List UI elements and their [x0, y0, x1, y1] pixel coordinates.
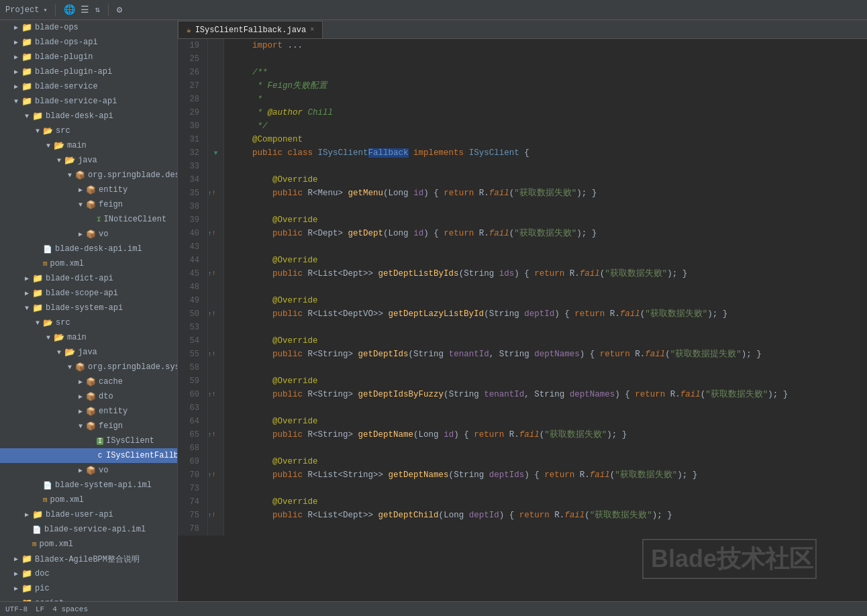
tab-close-button[interactable]: × [310, 26, 314, 34]
line-content: public R<List<Dept>> getDeptListByIds(St… [232, 267, 701, 280]
list-icon[interactable]: ☰ [81, 4, 89, 15]
code-line-69: @Override [232, 455, 867, 468]
folder-icon: 📁 [21, 66, 32, 77]
sidebar-item-label: blade-user-api [46, 510, 113, 519]
sidebar-item-blade-ops[interactable]: ▶ 📁 blade-ops [0, 20, 177, 35]
main-container: ▶ 📁 blade-ops ▶ 📁 blade-ops-api ▶ 📁 blad… [0, 20, 867, 601]
sidebar-item-label: main [67, 141, 87, 150]
sidebar-item-entity1[interactable]: ▶ 📦 entity [0, 183, 177, 197]
sidebar-item-vo1[interactable]: ▶ 📦 vo [0, 227, 177, 242]
sidebar-item-cache[interactable]: ▶ 📦 cache [0, 374, 177, 389]
sort-icon[interactable]: ⇅ [95, 5, 99, 15]
sidebar-item-label: blade-ops-api [35, 38, 98, 47]
package-icon: 📦 [86, 185, 96, 195]
sidebar-item-label: pic [35, 584, 50, 593]
sidebar-item-main2[interactable]: ▼ 📂 main [0, 330, 177, 345]
sidebar-item-src1[interactable]: ▼ 📂 src [0, 123, 177, 138]
sidebar-item-label: blade-scope-api [46, 289, 118, 298]
sidebar-item-blade-system-api[interactable]: ▼ 📁 blade-system-api [0, 301, 177, 315]
sidebar-item-blade-system-api-iml[interactable]: ▶ 📄 blade-system-api.iml [0, 478, 177, 493]
line-num: 75 [183, 509, 202, 522]
settings-icon[interactable]: ⚙ [117, 4, 122, 15]
code-line-73 [232, 482, 867, 495]
folder-icon: 📁 [21, 37, 32, 48]
line-content: @Override [232, 495, 332, 509]
sidebar-item-pom-system[interactable]: ▶ m pom.xml [0, 493, 177, 507]
sidebar-item-label: vo [99, 229, 108, 239]
line-num: 58 [183, 361, 202, 374]
sidebar-item-label: feign [99, 421, 123, 431]
indent-label: 4 spaces [52, 605, 88, 613]
line-num: 55 [183, 348, 202, 361]
sidebar-item-pom-service[interactable]: ▶ m pom.xml [0, 537, 177, 552]
editor-pane[interactable]: ☕ ISysClientFallback.java × 19 25 26 27 … [178, 20, 867, 601]
sidebar-item-java2[interactable]: ▼ 📂 java [0, 345, 177, 360]
sidebar-item-ISysClient[interactable]: ▶ I ISysClient [0, 433, 177, 448]
sidebar-item-src2[interactable]: ▼ 📂 src [0, 315, 177, 330]
folder-icon: 📂 [64, 155, 75, 166]
expand-arrow: ▼ [32, 319, 43, 327]
sidebar-item-blade-plugin-api[interactable]: ▶ 📁 blade-plugin-api [0, 64, 177, 79]
sidebar-item-blade-service-api-iml[interactable]: ▶ 📄 blade-service-api.iml [0, 522, 177, 537]
interface-icon: I [97, 215, 101, 223]
sidebar-item-java1[interactable]: ▼ 📂 java [0, 153, 177, 168]
sidebar-item-doc[interactable]: ▶ 📁 doc [0, 566, 177, 581]
line-num: 45 [183, 267, 202, 280]
expand-arrow: ▶ [75, 393, 86, 401]
sidebar: ▶ 📁 blade-ops ▶ 📁 blade-ops-api ▶ 📁 blad… [0, 20, 178, 601]
sidebar-item-blade-desk-api[interactable]: ▼ 📁 blade-desk-api [0, 109, 177, 123]
globe-icon[interactable]: 🌐 [64, 4, 75, 15]
sidebar-item-label: INoticeClient [104, 215, 167, 224]
sidebar-item-label: entity [99, 185, 128, 195]
package-icon: 📦 [86, 392, 96, 402]
line-content [232, 482, 251, 495]
sidebar-item-entity2[interactable]: ▶ 📦 entity [0, 404, 177, 419]
sidebar-item-vo2[interactable]: ▶ 📦 vo [0, 463, 177, 478]
line-content: @Override [232, 173, 332, 187]
line-num: 53 [183, 321, 202, 334]
code-area[interactable]: import ... /** * Feign失败配置 * * @author [224, 39, 867, 535]
line-content: public class ISysClientFallback implemen… [232, 146, 543, 160]
sidebar-item-main1[interactable]: ▼ 📂 main [0, 138, 177, 153]
sidebar-item-dto[interactable]: ▶ 📦 dto [0, 389, 177, 404]
iml-icon: 📄 [43, 245, 52, 254]
sidebar-item-pic[interactable]: ▶ 📁 pic [0, 581, 177, 596]
sidebar-item-label: blade-ops [35, 23, 79, 32]
sidebar-item-org-springblade-desk[interactable]: ▼ 📦 org.springblade.desk [0, 168, 177, 183]
line-num: 59 [183, 374, 202, 388]
sidebar-item-label: org.springblade.syste [88, 362, 178, 372]
code-line-58 [232, 361, 867, 374]
sidebar-item-blade-service-api[interactable]: ▼ 📁 blade-service-api [0, 94, 177, 109]
line-num: 74 [183, 495, 202, 509]
sidebar-item-label: blade-system-api.iml [55, 480, 152, 490]
expand-arrow: ▶ [11, 53, 21, 61]
sidebar-item-ISysClientFallback[interactable]: ▶ C ISysClientFallba [0, 448, 177, 463]
editor-tab-ISysClientFallback[interactable]: ☕ ISysClientFallback.java × [178, 21, 323, 38]
sidebar-item-INoticeClient[interactable]: ▶ I INoticeClient [0, 212, 177, 227]
sidebar-item-blade-desk-api-iml[interactable]: ▶ 📄 blade-desk-api.iml [0, 242, 177, 256]
folder-icon: 📁 [21, 96, 32, 107]
sidebar-item-blade-service[interactable]: ▶ 📁 blade-service [0, 79, 177, 94]
expand-arrow: ▶ [75, 466, 86, 474]
folder-icon: 📁 [32, 111, 43, 121]
sidebar-item-org-springblade-syste[interactable]: ▼ 📦 org.springblade.syste [0, 360, 177, 374]
sidebar-item-pom-desk[interactable]: ▶ m pom.xml [0, 256, 177, 271]
expand-arrow: ▼ [43, 142, 54, 150]
line-num: 19 [183, 39, 202, 52]
sidebar-item-Bladex-AgileBPM[interactable]: ▶ 📁 Bladex-AgileBPM整合说明 [0, 552, 177, 566]
sidebar-item-blade-ops-api[interactable]: ▶ 📁 blade-ops-api [0, 35, 177, 50]
sidebar-item-blade-scope-api[interactable]: ▶ 📁 blade-scope-api [0, 286, 177, 301]
expand-arrow: ▶ [11, 555, 21, 563]
sidebar-item-feign2[interactable]: ▼ 📦 feign [0, 419, 177, 433]
sidebar-item-script[interactable]: ▶ 📁 script [0, 596, 177, 601]
sidebar-item-label: blade-service-api.iml [44, 525, 146, 534]
line-num: 32 [183, 146, 202, 160]
expand-arrow: ▼ [64, 172, 75, 179]
sidebar-item-blade-plugin[interactable]: ▶ 📁 blade-plugin [0, 50, 177, 64]
sidebar-item-feign1[interactable]: ▼ 📦 feign [0, 197, 177, 212]
line-num: 33 [183, 160, 202, 173]
line-num: 27 [183, 79, 202, 93]
sidebar-item-blade-dict-api[interactable]: ▶ 📁 blade-dict-api [0, 271, 177, 286]
code-line-35: public R<Menu> getMenu(Long id) { return… [232, 187, 867, 200]
sidebar-item-blade-user-api[interactable]: ▶ 📁 blade-user-api [0, 507, 177, 522]
